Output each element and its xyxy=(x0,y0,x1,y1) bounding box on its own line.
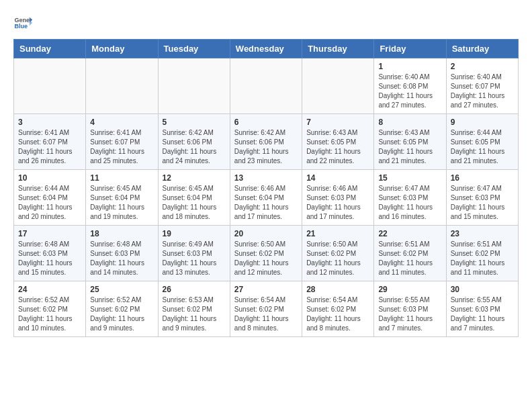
day-info: Sunrise: 6:54 AM Sunset: 6:02 PM Dayligh… xyxy=(306,295,369,333)
day-info: Sunrise: 6:47 AM Sunset: 6:03 PM Dayligh… xyxy=(451,184,514,222)
day-number: 11 xyxy=(90,173,153,183)
calendar-cell: 22Sunrise: 6:51 AM Sunset: 6:02 PM Dayli… xyxy=(374,226,446,281)
calendar-cell: 9Sunrise: 6:44 AM Sunset: 6:05 PM Daylig… xyxy=(446,114,518,170)
calendar-cell xyxy=(302,58,374,114)
calendar-cell: 21Sunrise: 6:50 AM Sunset: 6:02 PM Dayli… xyxy=(302,226,374,281)
calendar-week-row: 1Sunrise: 6:40 AM Sunset: 6:08 PM Daylig… xyxy=(14,58,519,114)
day-number: 6 xyxy=(234,118,298,127)
day-info: Sunrise: 6:48 AM Sunset: 6:03 PM Dayligh… xyxy=(18,240,81,277)
day-info: Sunrise: 6:55 AM Sunset: 6:03 PM Dayligh… xyxy=(451,295,514,333)
day-info: Sunrise: 6:44 AM Sunset: 6:05 PM Dayligh… xyxy=(451,128,514,166)
day-info: Sunrise: 6:42 AM Sunset: 6:06 PM Dayligh… xyxy=(163,128,226,166)
day-info: Sunrise: 6:52 AM Sunset: 6:02 PM Dayligh… xyxy=(90,295,153,333)
calendar-cell xyxy=(86,58,158,114)
calendar-cell xyxy=(14,58,86,114)
calendar-cell: 3Sunrise: 6:41 AM Sunset: 6:07 PM Daylig… xyxy=(14,114,86,170)
day-info: Sunrise: 6:47 AM Sunset: 6:03 PM Dayligh… xyxy=(378,184,441,222)
day-number: 10 xyxy=(18,173,81,183)
day-number: 12 xyxy=(163,173,226,183)
day-number: 8 xyxy=(378,118,441,127)
logo-icon: General Blue xyxy=(13,13,32,32)
calendar-cell xyxy=(158,58,230,114)
day-header-sunday: Sunday xyxy=(14,40,86,58)
day-number: 19 xyxy=(163,229,226,238)
calendar-cell: 16Sunrise: 6:47 AM Sunset: 6:03 PM Dayli… xyxy=(446,170,518,226)
day-number: 7 xyxy=(306,118,369,127)
calendar-cell: 30Sunrise: 6:55 AM Sunset: 6:03 PM Dayli… xyxy=(446,281,518,337)
day-info: Sunrise: 6:53 AM Sunset: 6:02 PM Dayligh… xyxy=(163,295,226,333)
day-header-thursday: Thursday xyxy=(302,40,374,58)
calendar-header-row: SundayMondayTuesdayWednesdayThursdayFrid… xyxy=(14,40,519,58)
day-info: Sunrise: 6:42 AM Sunset: 6:06 PM Dayligh… xyxy=(234,128,298,166)
day-number: 28 xyxy=(306,285,369,294)
day-number: 16 xyxy=(451,173,514,183)
day-info: Sunrise: 6:41 AM Sunset: 6:07 PM Dayligh… xyxy=(18,128,81,166)
calendar-cell: 10Sunrise: 6:44 AM Sunset: 6:04 PM Dayli… xyxy=(14,170,86,226)
calendar-cell: 1Sunrise: 6:40 AM Sunset: 6:08 PM Daylig… xyxy=(374,58,446,114)
day-number: 3 xyxy=(18,118,81,127)
calendar-cell: 29Sunrise: 6:55 AM Sunset: 6:03 PM Dayli… xyxy=(374,281,446,337)
day-number: 15 xyxy=(378,173,441,183)
day-info: Sunrise: 6:48 AM Sunset: 6:03 PM Dayligh… xyxy=(90,240,153,277)
calendar-cell: 25Sunrise: 6:52 AM Sunset: 6:02 PM Dayli… xyxy=(86,281,158,337)
calendar-cell: 19Sunrise: 6:49 AM Sunset: 6:03 PM Dayli… xyxy=(158,226,230,281)
calendar-week-row: 24Sunrise: 6:52 AM Sunset: 6:02 PM Dayli… xyxy=(14,281,519,337)
calendar-cell: 6Sunrise: 6:42 AM Sunset: 6:06 PM Daylig… xyxy=(230,114,302,170)
calendar-cell: 20Sunrise: 6:50 AM Sunset: 6:02 PM Dayli… xyxy=(230,226,302,281)
day-header-wednesday: Wednesday xyxy=(230,40,302,58)
calendar-cell: 5Sunrise: 6:42 AM Sunset: 6:06 PM Daylig… xyxy=(158,114,230,170)
calendar-cell: 11Sunrise: 6:45 AM Sunset: 6:04 PM Dayli… xyxy=(86,170,158,226)
day-header-tuesday: Tuesday xyxy=(158,40,230,58)
page-header: General Blue xyxy=(13,13,519,32)
day-number: 17 xyxy=(18,229,81,238)
day-number: 2 xyxy=(451,62,514,71)
day-header-saturday: Saturday xyxy=(446,40,518,58)
day-info: Sunrise: 6:52 AM Sunset: 6:02 PM Dayligh… xyxy=(18,295,81,333)
calendar-cell: 17Sunrise: 6:48 AM Sunset: 6:03 PM Dayli… xyxy=(14,226,86,281)
day-info: Sunrise: 6:46 AM Sunset: 6:04 PM Dayligh… xyxy=(234,184,298,222)
day-number: 26 xyxy=(163,285,226,294)
day-info: Sunrise: 6:49 AM Sunset: 6:03 PM Dayligh… xyxy=(163,240,226,277)
svg-text:Blue: Blue xyxy=(14,23,28,30)
day-info: Sunrise: 6:55 AM Sunset: 6:03 PM Dayligh… xyxy=(378,295,441,333)
calendar-cell: 24Sunrise: 6:52 AM Sunset: 6:02 PM Dayli… xyxy=(14,281,86,337)
day-info: Sunrise: 6:43 AM Sunset: 6:05 PM Dayligh… xyxy=(378,128,441,166)
day-info: Sunrise: 6:54 AM Sunset: 6:02 PM Dayligh… xyxy=(234,295,298,333)
day-number: 20 xyxy=(234,229,298,238)
day-number: 18 xyxy=(90,229,153,238)
day-info: Sunrise: 6:45 AM Sunset: 6:04 PM Dayligh… xyxy=(163,184,226,222)
day-number: 1 xyxy=(378,62,441,71)
calendar-cell: 8Sunrise: 6:43 AM Sunset: 6:05 PM Daylig… xyxy=(374,114,446,170)
day-number: 4 xyxy=(90,118,153,127)
day-header-friday: Friday xyxy=(374,40,446,58)
day-info: Sunrise: 6:41 AM Sunset: 6:07 PM Dayligh… xyxy=(90,128,153,166)
calendar-week-row: 3Sunrise: 6:41 AM Sunset: 6:07 PM Daylig… xyxy=(14,114,519,170)
calendar-week-row: 17Sunrise: 6:48 AM Sunset: 6:03 PM Dayli… xyxy=(14,226,519,281)
day-number: 25 xyxy=(90,285,153,294)
day-number: 21 xyxy=(306,229,369,238)
calendar-table: SundayMondayTuesdayWednesdayThursdayFrid… xyxy=(13,39,519,337)
day-header-monday: Monday xyxy=(86,40,158,58)
day-number: 30 xyxy=(451,285,514,294)
day-info: Sunrise: 6:40 AM Sunset: 6:08 PM Dayligh… xyxy=(378,73,441,110)
calendar-cell: 7Sunrise: 6:43 AM Sunset: 6:05 PM Daylig… xyxy=(302,114,374,170)
calendar-cell: 12Sunrise: 6:45 AM Sunset: 6:04 PM Dayli… xyxy=(158,170,230,226)
day-number: 24 xyxy=(18,285,81,294)
day-number: 29 xyxy=(378,285,441,294)
day-number: 23 xyxy=(451,229,514,238)
day-number: 13 xyxy=(234,173,298,183)
day-info: Sunrise: 6:51 AM Sunset: 6:02 PM Dayligh… xyxy=(378,240,441,277)
calendar-cell xyxy=(230,58,302,114)
day-info: Sunrise: 6:46 AM Sunset: 6:03 PM Dayligh… xyxy=(306,184,369,222)
day-number: 5 xyxy=(163,118,226,127)
calendar-cell: 27Sunrise: 6:54 AM Sunset: 6:02 PM Dayli… xyxy=(230,281,302,337)
calendar-cell: 13Sunrise: 6:46 AM Sunset: 6:04 PM Dayli… xyxy=(230,170,302,226)
day-number: 9 xyxy=(451,118,514,127)
calendar-cell: 14Sunrise: 6:46 AM Sunset: 6:03 PM Dayli… xyxy=(302,170,374,226)
day-info: Sunrise: 6:50 AM Sunset: 6:02 PM Dayligh… xyxy=(234,240,298,277)
calendar-cell: 4Sunrise: 6:41 AM Sunset: 6:07 PM Daylig… xyxy=(86,114,158,170)
calendar-cell: 2Sunrise: 6:40 AM Sunset: 6:07 PM Daylig… xyxy=(446,58,518,114)
calendar-cell: 23Sunrise: 6:51 AM Sunset: 6:02 PM Dayli… xyxy=(446,226,518,281)
calendar-cell: 18Sunrise: 6:48 AM Sunset: 6:03 PM Dayli… xyxy=(86,226,158,281)
calendar-cell: 15Sunrise: 6:47 AM Sunset: 6:03 PM Dayli… xyxy=(374,170,446,226)
